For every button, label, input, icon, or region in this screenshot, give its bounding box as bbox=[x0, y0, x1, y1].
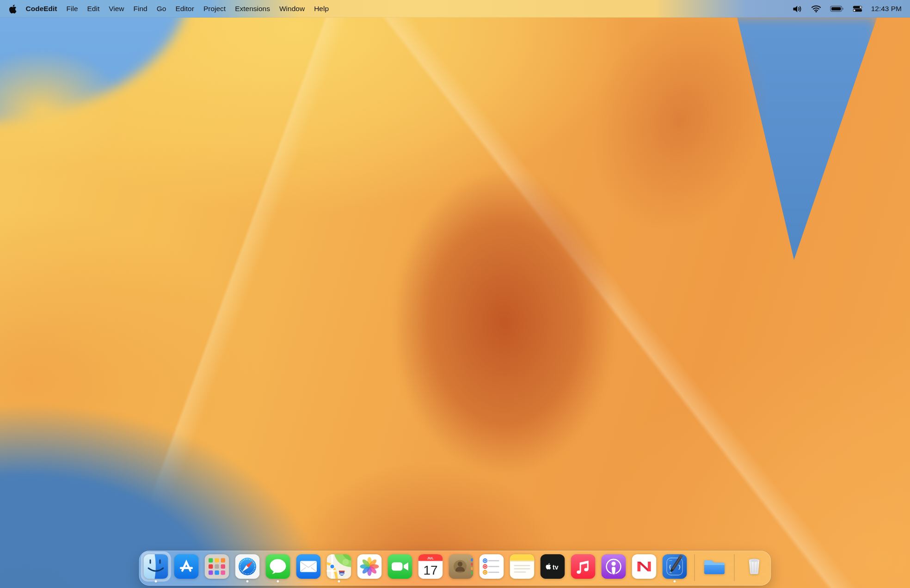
dock-item-calendar[interactable]: JUL 17 bbox=[418, 554, 443, 582]
desktop: CodeEdit FileEditViewFindGoEditorProject… bbox=[0, 0, 910, 588]
safari-icon bbox=[235, 554, 260, 579]
volume-icon[interactable] bbox=[793, 5, 802, 13]
photos-icon bbox=[357, 554, 382, 579]
menu-bar-clock[interactable]: 12:43 PM bbox=[871, 5, 902, 13]
dock-separator bbox=[734, 554, 735, 581]
wallpaper-layer bbox=[349, 104, 659, 525]
menu-item-view[interactable]: View bbox=[109, 5, 124, 13]
running-indicator bbox=[338, 580, 340, 582]
apple-icon bbox=[9, 5, 17, 13]
svg-text:}: } bbox=[678, 564, 681, 570]
contacts-icon bbox=[449, 554, 473, 579]
menu-bar: CodeEdit FileEditViewFindGoEditorProject… bbox=[0, 0, 910, 18]
dock-item-podcasts[interactable] bbox=[602, 554, 626, 582]
dock-item-codeedit[interactable]: { } bbox=[663, 554, 687, 582]
control-center-icon[interactable] bbox=[853, 6, 862, 12]
maps-icon: 280 bbox=[327, 554, 351, 579]
dock-item-news[interactable] bbox=[632, 554, 657, 582]
menu-item-help[interactable]: Help bbox=[314, 5, 329, 13]
svg-text:JUL: JUL bbox=[427, 557, 434, 560]
folder-icon bbox=[702, 554, 727, 579]
running-indicator bbox=[277, 580, 279, 582]
menu-item-go[interactable]: Go bbox=[157, 5, 166, 13]
menu-item-window[interactable]: Window bbox=[279, 5, 305, 13]
menu-item-file[interactable]: File bbox=[67, 5, 78, 13]
dock-item-folder[interactable] bbox=[702, 554, 727, 582]
podcasts-icon bbox=[602, 554, 626, 579]
running-indicator bbox=[246, 580, 249, 582]
dock: 280 JUL 17 tv { } bbox=[139, 551, 771, 586]
mail-icon bbox=[296, 554, 321, 579]
wifi-icon[interactable] bbox=[811, 5, 821, 12]
dock-item-launchpad[interactable] bbox=[205, 554, 229, 582]
dock-item-tv[interactable]: tv bbox=[541, 554, 565, 582]
app-menu-title[interactable]: CodeEdit bbox=[26, 5, 57, 13]
dock-item-app-store[interactable] bbox=[174, 554, 199, 582]
dock-item-notes[interactable] bbox=[510, 554, 535, 582]
menu-item-find[interactable]: Find bbox=[134, 5, 148, 13]
dock-separator bbox=[695, 554, 695, 581]
dock-item-photos[interactable] bbox=[357, 554, 382, 582]
svg-text:280: 280 bbox=[340, 573, 344, 576]
trash-icon bbox=[742, 554, 767, 579]
dock-item-reminders[interactable] bbox=[480, 554, 504, 582]
svg-text:17: 17 bbox=[423, 563, 437, 577]
codeedit-icon: { } bbox=[663, 554, 687, 579]
reminders-icon bbox=[480, 554, 504, 579]
dock-item-finder[interactable] bbox=[144, 554, 168, 582]
desktop-wallpaper bbox=[0, 0, 910, 588]
dock-item-trash[interactable] bbox=[742, 554, 767, 582]
launchpad-icon bbox=[205, 554, 229, 579]
dock-item-maps[interactable]: 280 bbox=[327, 554, 351, 582]
wallpaper-layer bbox=[0, 50, 127, 172]
battery-icon[interactable] bbox=[830, 6, 844, 12]
music-icon bbox=[571, 554, 596, 579]
appletv-icon: tv bbox=[541, 554, 565, 579]
running-indicator bbox=[155, 580, 157, 582]
apple-menu[interactable] bbox=[9, 5, 17, 13]
dock-item-messages[interactable] bbox=[266, 554, 290, 582]
running-indicator bbox=[674, 580, 676, 582]
news-icon bbox=[632, 554, 657, 579]
menu-item-editor[interactable]: Editor bbox=[175, 5, 194, 13]
notes-icon bbox=[510, 554, 535, 579]
messages-icon bbox=[266, 554, 290, 579]
menu-item-extensions[interactable]: Extensions bbox=[235, 5, 270, 13]
calendar-icon: JUL 17 bbox=[418, 554, 443, 579]
dock-item-music[interactable] bbox=[571, 554, 596, 582]
appstore-icon bbox=[174, 554, 199, 579]
dock-item-mail[interactable] bbox=[296, 554, 321, 582]
menu-item-project[interactable]: Project bbox=[203, 5, 226, 13]
facetime-icon bbox=[388, 554, 412, 579]
svg-text:tv: tv bbox=[553, 564, 559, 571]
dock-item-safari[interactable] bbox=[235, 554, 260, 582]
menu-item-edit[interactable]: Edit bbox=[87, 5, 100, 13]
dock-item-facetime[interactable] bbox=[388, 554, 412, 582]
finder-icon bbox=[144, 554, 168, 579]
menu-items: FileEditViewFindGoEditorProjectExtension… bbox=[67, 5, 329, 13]
dock-item-contacts[interactable] bbox=[449, 554, 473, 582]
